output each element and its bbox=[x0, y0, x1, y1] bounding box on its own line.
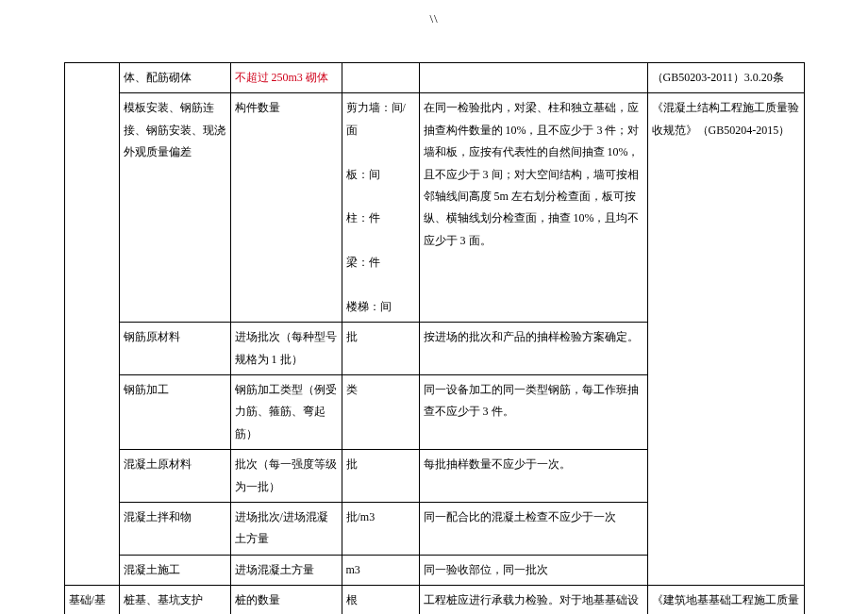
cell-item: 体、配筋砌体 bbox=[119, 63, 230, 93]
table-row: 基础/基坑支护 桩基、基坑支护 桩的数量 根 工程桩应进行承载力检验。对于地基基… bbox=[64, 586, 804, 614]
cell-batch: 批次（每一强度等级为一批） bbox=[230, 450, 342, 503]
cell-desc: 按进场的批次和产品的抽样检验方案确定。 bbox=[419, 323, 647, 375]
cell-item: 钢筋原材料 bbox=[119, 323, 230, 375]
cell-desc: 同一验收部位，同一批次 bbox=[419, 555, 647, 585]
cell-standard: 《建筑地基基础工程施工质量验收规范》（GB50202-2002） bbox=[647, 586, 804, 614]
cell-unit: 剪力墙：间/面 板：间 柱：件 梁：件 楼梯：间 bbox=[342, 93, 419, 323]
cell-unit: 批 bbox=[342, 323, 419, 375]
cell-batch: 构件数量 bbox=[230, 93, 342, 323]
cell-batch: 钢筋加工类型（例受力筋、箍筋、弯起筋） bbox=[230, 375, 342, 450]
cell-standard: 《混凝土结构工程施工质量验收规范》（GB50204-2015） bbox=[647, 93, 804, 586]
cell-batch: 进场混凝土方量 bbox=[230, 555, 342, 585]
cell-batch: 桩的数量 bbox=[230, 586, 342, 614]
page-marker: \\ bbox=[0, 0, 868, 62]
cell-unit: 批 bbox=[342, 450, 419, 503]
cell-desc: 同一设备加工的同一类型钢筋，每工作班抽查不应少于 3 件。 bbox=[419, 375, 647, 450]
cell-unit: m3 bbox=[342, 555, 419, 585]
table-row: 模板安装、钢筋连接、钢筋安装、现浇外观质量偏差 构件数量 剪力墙：间/面 板：间… bbox=[64, 93, 804, 323]
cell-item: 模板安装、钢筋连接、钢筋安装、现浇外观质量偏差 bbox=[119, 93, 230, 323]
cell-unit: 批/m3 bbox=[342, 503, 419, 556]
cell-batch: 进场批次（每种型号规格为 1 批） bbox=[230, 323, 342, 375]
cell-desc: 在同一检验批内，对梁、柱和独立基础，应抽查构件数量的 10%，且不应少于 3 件… bbox=[419, 93, 647, 323]
cell-item: 混凝土原材料 bbox=[119, 450, 230, 503]
cell-item: 钢筋加工 bbox=[119, 375, 230, 450]
cell-item: 桩基、基坑支护 bbox=[119, 586, 230, 614]
cell-desc: 同一配合比的混凝土检查不应少于一次 bbox=[419, 503, 647, 556]
spec-table: 体、配筋砌体 不超过 250m3 砌体 （GB50203-2011）3.0.20… bbox=[64, 62, 805, 614]
cell-standard: （GB50203-2011）3.0.20条 bbox=[647, 63, 804, 93]
cell-batch: 进场批次/进场混凝土方量 bbox=[230, 503, 342, 556]
cell-item: 混凝土施工 bbox=[119, 555, 230, 585]
cell-batch-red: 不超过 250m3 砌体 bbox=[230, 63, 342, 93]
cell-category: 基础/基坑支护 bbox=[64, 586, 119, 614]
cell-unit bbox=[342, 63, 419, 93]
cell-unit: 类 bbox=[342, 375, 419, 450]
cell-unit: 根 bbox=[342, 586, 419, 614]
cell-desc bbox=[419, 63, 647, 93]
table-row: 体、配筋砌体 不超过 250m3 砌体 （GB50203-2011）3.0.20… bbox=[64, 63, 804, 93]
cell-item: 混凝土拌和物 bbox=[119, 503, 230, 556]
cell-desc: 工程桩应进行承载力检验。对于地基基础设计等级为甲级或地质条件复杂，成桩质量可靠性… bbox=[419, 586, 647, 614]
cell-desc: 每批抽样数量不应少于一次。 bbox=[419, 450, 647, 503]
cell-category bbox=[64, 63, 119, 586]
